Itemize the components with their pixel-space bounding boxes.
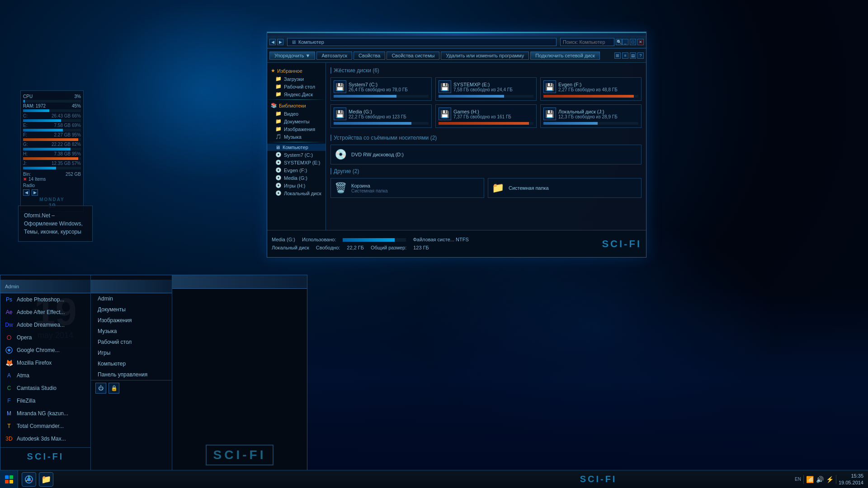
start-menu-item-photoshop[interactable]: Ps Adobe Photoshop... [0,293,90,306]
sidebar-item-desktop[interactable]: 📁Рабочий стол [267,83,326,90]
sidebar-item-f[interactable]: 💿Evgen (F:) [267,166,326,174]
sidebar-item-video[interactable]: 📁Видео [267,110,326,117]
radio-btn-next[interactable]: ▶ [32,189,38,196]
start-menu-right-header [91,280,172,293]
start-menu-item-atma[interactable]: A Atma [0,369,90,382]
cpu-percent: 3% [75,94,81,99]
system-folder[interactable]: 📁 Системная папка [488,178,642,198]
sidebar-item-local[interactable]: 💿Локальный диск [267,189,326,197]
folder-icon: 📁 [275,118,282,124]
drive-h[interactable]: 💾 Games (H:) 7,37 ГБ свободно из 161 ГБ [435,104,537,128]
sidebar-item-downloads[interactable]: 📁Загрузки [267,75,326,83]
connect-drive-button[interactable]: Подключить сетевой диск [530,52,599,60]
system-props-button[interactable]: Свойства системы [387,52,439,60]
minimize-button[interactable]: _ [622,39,628,45]
drive-c-free: 26,4 ГБ свободно из 78,0 ГБ [349,87,408,92]
uninstall-button[interactable]: Удалить или изменить программу [441,52,529,60]
view-icons-button[interactable]: ⊞ [614,52,621,59]
power-button[interactable]: ⏻ [95,383,106,394]
bin-items: ✖ 14 Items [23,177,81,182]
drive-e[interactable]: 💾 SYSTEMXP (E:) 7,58 ГБ свободно из 24,4… [435,77,537,101]
start-menu-label: Adobe Dreamwea... [17,322,65,328]
drive-j[interactable]: 💾 Локальный диск (J:) 12,3 ГБ свободно и… [540,104,642,128]
drive-icon: 💿 [275,183,282,188]
start-menu-item-camtasia[interactable]: C Camtasia Studio [0,382,90,394]
start-menu-item-dreamweaver[interactable]: Dw Adobe Dreamwea... [0,319,90,331]
start-menu-item-totalcmd[interactable]: T Total Commander... [0,420,90,432]
drive-f[interactable]: 💾 Evgen (F:) 2,27 ГБ свободно из 48,8 ГБ [540,77,642,101]
maximize-button[interactable]: □ [630,39,636,45]
sidebar-item-c[interactable]: 💿System7 (C:) [267,151,326,159]
taskbar: 📁 SCI-FI EN 📶 🔊 ⚡ 15:35 19.05.2014 [0,470,868,488]
drive-j-icon: 💾 [543,108,556,120]
properties-button[interactable]: Свойства [354,52,385,60]
miranda-icon: M [5,409,13,418]
clock-time: 15:35 [839,473,863,479]
folder-icon: 📁 [275,91,282,97]
drive-e-bar [439,95,533,98]
drive-g[interactable]: 💾 Media (G:) 22,2 ГБ свободно из 123 ГБ [330,104,432,128]
view-details-button[interactable]: ▤ [630,52,636,59]
drive-c-icon: 💾 [334,80,346,93]
start-menu-item-opera[interactable]: O Opera [0,331,90,344]
start-menu-right-item[interactable]: Рабочий стол [91,337,172,347]
sidebar-divider2 [267,142,326,142]
dvd-drive[interactable]: 💿 DVD RW дисковод (D:) [330,145,642,164]
address-text: Компьютер [298,39,324,45]
start-menu-item-firefox[interactable]: 🦊 Mozilla Firefox [0,357,90,369]
close-button[interactable]: ✕ [637,39,644,45]
autorun-button[interactable]: Автозапуск [316,52,352,60]
drive-c[interactable]: 💾 System7 (C:) 26,4 ГБ свободно из 78,0 … [330,77,432,101]
start-menu-apps: Admin Ps Adobe Photoshop... Ae Adobe Aft… [0,275,91,470]
start-menu-right-item[interactable]: Музыка [91,326,172,337]
view-list-button[interactable]: ≡ [622,52,628,59]
sidebar-item-e[interactable]: 💿SYSTEMXP (E:) [267,159,326,166]
start-menu-right-item[interactable]: Документы [91,304,172,315]
forward-button[interactable]: ▶ [277,39,283,45]
sidebar-item-music[interactable]: 🎵Музыка [267,133,326,141]
start-menu-item-aftereffects[interactable]: Ae Adobe After Effect... [0,306,90,319]
start-menu-right-item[interactable]: Изображения [91,315,172,326]
help-button[interactable]: ? [637,52,644,59]
sidebar-item-yandex[interactable]: 📁Яндекс.Диск [267,90,326,98]
search-button[interactable]: 🔍 [616,39,622,45]
start-menu-item-3dsmax[interactable]: 3D Autodesk 3ds Max... [0,432,90,445]
start-menu-item-chrome[interactable]: Google Chrome... [0,344,90,357]
search-input[interactable] [560,38,614,46]
organize-button[interactable]: Упорядочить ▼ [269,52,315,60]
drives-grid: 💾 System7 (C:) 26,4 ГБ свободно из 78,0 … [330,77,642,128]
back-button[interactable]: ◀ [269,39,276,45]
start-menu-right-item[interactable]: Admin [91,293,172,304]
start-menu-right-item[interactable]: Панель управления [91,369,172,380]
drive-c-bar [334,95,429,98]
radio-btn-prev[interactable]: ◀ [23,189,29,196]
start-menu-item-filezilla[interactable]: F FileZilla [0,394,90,407]
sidebar-computer-title[interactable]: 🖥Компьютер [267,144,326,151]
drive-g-icon: 💾 [334,108,346,120]
start-menu-right-item[interactable]: Игры [91,347,172,358]
recycle-bin[interactable]: 🗑️ Корзина Системная папка [330,178,484,198]
drive-icon: 💿 [275,167,282,173]
dvd-icon: 💿 [333,147,348,162]
window-body: ★ Избранное 📁Загрузки 📁Рабочий стол 📁Янд… [267,63,646,230]
sidebar-item-docs[interactable]: 📁Документы [267,117,326,125]
taskbar-chrome[interactable] [22,472,36,487]
bin-info: Bin: 252 GB [23,172,81,177]
svg-rect-2 [5,475,9,479]
start-menu-item-miranda[interactable]: M Miranda NG (kazun... [0,407,90,420]
status-total-value: 123 ГБ [413,244,429,252]
systray-volume-icon: 🔊 [816,476,824,483]
drive-f-icon: 💾 [543,80,556,93]
start-button[interactable] [0,470,18,488]
recycle-sub: Системная папка [351,188,388,193]
status-drive-label: Локальный диск [272,244,309,252]
taskbar-explorer[interactable]: 📁 [39,472,53,487]
sleep-button[interactable]: 🔒 [108,383,119,394]
start-menu-right-item[interactable]: Компьютер [91,358,172,369]
sidebar-item-g[interactable]: 💿Media (G:) [267,174,326,182]
sidebar-item-images[interactable]: 📁Изображения [267,125,326,133]
svg-rect-3 [9,475,13,479]
address-display[interactable]: 🖥 Компьютер [287,38,557,46]
sidebar-item-h[interactable]: 💿Игры (H:) [267,182,326,189]
drive-e-free: 7,58 ГБ свободно из 24,4 ГБ [453,87,513,92]
